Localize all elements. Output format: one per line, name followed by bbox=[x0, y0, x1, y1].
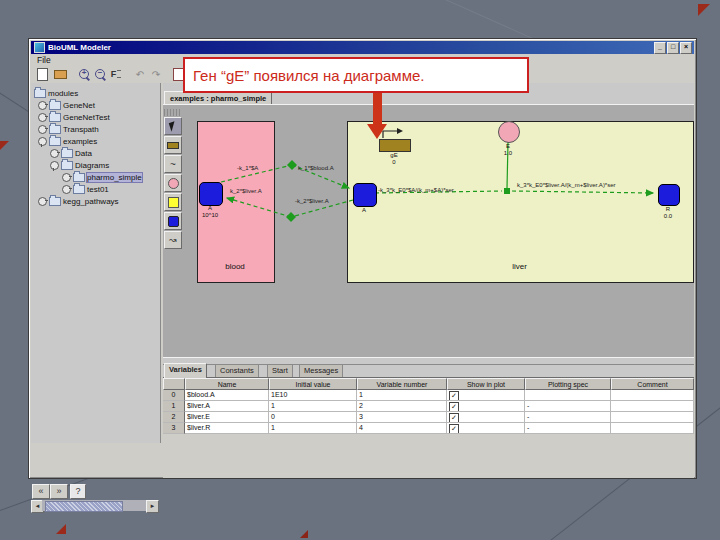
open-icon[interactable] bbox=[53, 67, 67, 81]
tree-item-pharmo-simple[interactable]: pharmo_simple bbox=[62, 172, 142, 183]
tree-item-kegg-pathways[interactable]: kegg_pathways bbox=[38, 196, 119, 207]
title-bar[interactable]: BioUML Modeler _ □ × bbox=[31, 41, 694, 54]
zoom-in-icon[interactable]: + bbox=[77, 67, 91, 81]
window-title: BioUML Modeler bbox=[48, 43, 111, 52]
expand-handle-icon[interactable] bbox=[38, 113, 47, 122]
tab-constants[interactable]: Constants bbox=[215, 364, 259, 378]
new-document-icon[interactable] bbox=[35, 67, 49, 81]
tab-messages[interactable]: Messages bbox=[299, 364, 343, 378]
node-liver-a[interactable] bbox=[353, 183, 377, 207]
cell-spec[interactable] bbox=[525, 390, 611, 401]
node-enzyme-e[interactable] bbox=[498, 121, 520, 143]
node-label-product-r: R0.0 bbox=[648, 206, 688, 220]
folder-icon bbox=[49, 125, 61, 134]
curve-icon: ↝ bbox=[169, 235, 177, 245]
zoom-out-icon[interactable]: − bbox=[93, 67, 107, 81]
cell-initial[interactable]: 0 bbox=[269, 412, 357, 423]
cell-varnum[interactable]: 1 bbox=[357, 390, 447, 401]
cell-initial[interactable]: 1 bbox=[269, 423, 357, 434]
cell-initial[interactable]: 1 bbox=[269, 401, 357, 412]
compartment-tool-button[interactable] bbox=[164, 193, 182, 211]
cell-spec[interactable]: - bbox=[525, 401, 611, 412]
maximize-button[interactable]: □ bbox=[667, 42, 679, 54]
cell-show: ✓ bbox=[447, 390, 525, 401]
protein-tool-button[interactable] bbox=[164, 174, 182, 192]
expand-handle-icon[interactable] bbox=[50, 149, 59, 158]
app-icon bbox=[34, 42, 45, 53]
reaction-icon: ~ bbox=[170, 159, 176, 170]
expand-handle-icon[interactable] bbox=[62, 173, 71, 182]
checkbox-checked[interactable]: ✓ bbox=[449, 424, 459, 434]
row-index: 3 bbox=[163, 423, 185, 434]
decor-triangle bbox=[0, 141, 9, 150]
cursor-icon bbox=[169, 121, 177, 131]
tab-variables[interactable]: Variables bbox=[164, 363, 207, 378]
cell-show: ✓ bbox=[447, 423, 525, 434]
cell-name[interactable]: $liver.R bbox=[185, 423, 269, 434]
edge-label-k2-right: -k_2*$liver.A bbox=[295, 198, 329, 205]
cell-comment[interactable] bbox=[611, 412, 694, 423]
cell-initial[interactable]: 1E10 bbox=[269, 390, 357, 401]
gene-tool-button[interactable] bbox=[164, 136, 182, 154]
cell-spec[interactable]: - bbox=[525, 412, 611, 423]
edge-label-k2-left: k_2*$liver.A bbox=[230, 188, 262, 195]
select-tool-button[interactable] bbox=[164, 117, 182, 135]
scrollbar-thumb[interactable] bbox=[45, 501, 123, 512]
tab-start[interactable]: Start bbox=[267, 364, 293, 378]
scroll-right-button[interactable]: ► bbox=[146, 500, 159, 513]
cell-spec[interactable]: - bbox=[525, 423, 611, 434]
callout-text: Ген “gE” появился на диаграмме. bbox=[193, 67, 424, 84]
callout-arrow bbox=[373, 91, 382, 124]
expand-handle-icon[interactable] bbox=[38, 197, 47, 206]
cell-name[interactable]: $blood.A bbox=[185, 390, 269, 401]
checkbox-checked[interactable]: ✓ bbox=[449, 391, 459, 401]
cell-varnum[interactable]: 4 bbox=[357, 423, 447, 434]
collapse-handle-icon[interactable] bbox=[38, 137, 47, 146]
checkbox-checked[interactable]: ✓ bbox=[449, 402, 459, 412]
collapse-handle-icon[interactable] bbox=[50, 161, 59, 170]
node-blood-a[interactable] bbox=[199, 182, 223, 206]
expand-handle-icon[interactable] bbox=[62, 185, 71, 194]
tree-item-transpath[interactable]: Transpath bbox=[38, 124, 99, 135]
node-gene-ge[interactable] bbox=[379, 139, 411, 152]
column-header-show: Show in plot bbox=[447, 378, 525, 390]
menu-file[interactable]: File bbox=[37, 55, 51, 65]
minimize-button[interactable]: _ bbox=[654, 42, 666, 54]
curve-tool-button[interactable]: ↝ bbox=[164, 231, 182, 249]
tree-item-genenet[interactable]: GeneNet bbox=[38, 100, 95, 111]
palette-drag-handle[interactable] bbox=[164, 109, 180, 116]
redo-icon[interactable]: ↷ bbox=[149, 67, 163, 81]
tree-item-modules[interactable]: modules bbox=[34, 88, 78, 99]
format-icon[interactable]: F bbox=[109, 67, 123, 81]
compartment-label-blood: blood bbox=[197, 262, 273, 271]
undo-icon[interactable]: ↶ bbox=[133, 67, 147, 81]
tree-item-diagrams[interactable]: Diagrams bbox=[50, 160, 109, 171]
cell-varnum[interactable]: 2 bbox=[357, 401, 447, 412]
column-header-varnum: Variable number bbox=[357, 378, 447, 390]
substance-icon bbox=[168, 216, 179, 227]
tree-item-examples[interactable]: examples bbox=[38, 136, 97, 147]
back-button[interactable]: « bbox=[32, 484, 50, 499]
cell-name[interactable]: $liver.A bbox=[185, 401, 269, 412]
reaction-tool-button[interactable]: ~ bbox=[164, 155, 182, 173]
checkbox-checked[interactable]: ✓ bbox=[449, 413, 459, 423]
help-button[interactable]: ? bbox=[70, 484, 86, 499]
forward-button[interactable]: » bbox=[50, 484, 68, 499]
cell-name[interactable]: $liver.E bbox=[185, 412, 269, 423]
cell-comment[interactable] bbox=[611, 390, 694, 401]
tree-item-genenettest[interactable]: GeneNetTest bbox=[38, 112, 110, 123]
tree-item-test01[interactable]: test01 bbox=[62, 184, 109, 195]
row-index: 1 bbox=[163, 401, 185, 412]
cell-comment[interactable] bbox=[611, 401, 694, 412]
folder-icon bbox=[61, 161, 73, 170]
expand-handle-icon[interactable] bbox=[38, 125, 47, 134]
cell-comment[interactable] bbox=[611, 423, 694, 434]
cell-varnum[interactable]: 3 bbox=[357, 412, 447, 423]
tree-item-data[interactable]: Data bbox=[50, 148, 92, 159]
close-button[interactable]: × bbox=[680, 42, 692, 54]
edge-label-mm-right: k_3*k_E0*$liver.A/(k_m+$liver.A)*ser bbox=[517, 182, 616, 189]
diagram-canvas[interactable]: ~ ↝ A10^10 A bbox=[163, 105, 694, 357]
node-product-r[interactable] bbox=[658, 184, 680, 206]
expand-handle-icon[interactable] bbox=[38, 101, 47, 110]
substance-tool-button[interactable] bbox=[164, 212, 182, 230]
